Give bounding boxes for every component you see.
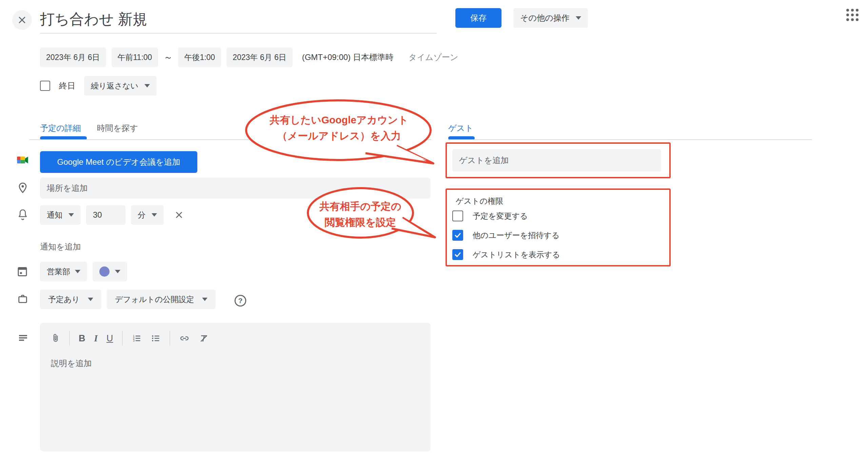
- apps-grid-icon: [846, 9, 849, 12]
- timezone-link[interactable]: タイムゾーン: [409, 52, 458, 63]
- description-icon: [16, 332, 30, 344]
- add-notification-button[interactable]: 通知を追加: [40, 241, 81, 252]
- annotation-line: 閲覧権限を設定: [311, 214, 410, 230]
- italic-button[interactable]: I: [94, 333, 98, 344]
- availability-value: 予定あり: [48, 294, 80, 305]
- description-placeholder: 説明を追加: [51, 358, 92, 369]
- annotation-line: （メールアドレス）を入力: [251, 128, 427, 144]
- numbered-list-icon[interactable]: 1 2 3: [132, 333, 142, 343]
- help-button[interactable]: ?: [233, 294, 248, 308]
- chevron-down-icon: [144, 84, 150, 87]
- timezone-info: (GMT+09:00) 日本標準時: [302, 52, 394, 63]
- chevron-down-icon: [152, 213, 157, 217]
- guest-permissions-highlight-box: [446, 188, 671, 266]
- chevron-down-icon: [202, 298, 208, 301]
- format-clear-icon[interactable]: [199, 333, 209, 343]
- toolbar-divider: [122, 331, 123, 346]
- tab-guests[interactable]: ゲスト: [448, 123, 473, 134]
- datetime-row: 2023年 6月 6日 午前11:00 ～ 午後1:00 2023年 6月 6日…: [40, 47, 458, 67]
- calendar-icon: [16, 265, 28, 277]
- start-time-chip[interactable]: 午前11:00: [112, 47, 158, 67]
- visibility-value: デフォルトの公開設定: [115, 294, 194, 305]
- chevron-down-icon: [68, 213, 74, 217]
- location-icon: [17, 182, 28, 195]
- recurrence-dropdown[interactable]: 繰り返さない: [84, 76, 157, 96]
- annotation-text-guest-input: 共有したいGoogleアカウント （メールアドレス）を入力: [251, 112, 427, 144]
- visibility-dropdown[interactable]: デフォルトの公開設定: [107, 290, 216, 309]
- close-button[interactable]: [12, 10, 32, 30]
- calendar-row: 営業部: [40, 261, 127, 282]
- visibility-row: 予定あり デフォルトの公開設定: [40, 289, 216, 310]
- notification-row: 通知 分: [40, 205, 184, 225]
- notification-bell-icon: [17, 208, 28, 221]
- svg-text:3: 3: [133, 339, 135, 342]
- time-range-separator: ～: [163, 51, 173, 63]
- calendar-color-dropdown[interactable]: [93, 262, 127, 281]
- end-time-chip[interactable]: 午後1:00: [178, 47, 221, 67]
- annotation-line: 共有相手の予定の: [311, 198, 410, 214]
- description-toolbar: B I U 1 2 3: [51, 331, 209, 346]
- calendar-select-dropdown[interactable]: 営業部: [40, 262, 87, 281]
- insert-link-icon[interactable]: [179, 333, 190, 344]
- end-date-chip[interactable]: 2023年 6月 6日: [226, 47, 293, 67]
- event-editor: 打ち合わせ 新規 保存 その他の操作 2023年 6月 6日 午前11:00 ～…: [0, 0, 868, 459]
- apps-grid-button[interactable]: [846, 9, 859, 21]
- google-meet-icon: [16, 153, 29, 167]
- svg-text:?: ?: [238, 297, 243, 304]
- notification-minutes-input[interactable]: [86, 205, 125, 225]
- annotation-text-permissions: 共有相手の予定の 閲覧権限を設定: [311, 198, 410, 230]
- chevron-down-icon: [576, 16, 581, 20]
- chevron-down-icon: [75, 270, 80, 273]
- bold-button[interactable]: B: [79, 333, 85, 344]
- guests-divider: [448, 139, 812, 140]
- chevron-down-icon: [88, 298, 93, 301]
- tab-event-details[interactable]: 予定の詳細: [40, 123, 81, 134]
- title-underline: [40, 33, 437, 34]
- remove-notification-button[interactable]: [174, 210, 184, 220]
- availability-dropdown[interactable]: 予定あり: [40, 290, 101, 309]
- calendar-name-value: 営業部: [47, 266, 70, 277]
- all-day-checkbox[interactable]: [40, 81, 50, 91]
- toolbar-divider: [69, 331, 70, 346]
- notification-unit-dropdown[interactable]: 分: [131, 205, 164, 225]
- tab-find-time[interactable]: 時間を探す: [97, 123, 138, 134]
- bulleted-list-icon[interactable]: [151, 333, 161, 343]
- more-actions-button[interactable]: その他の操作: [513, 8, 588, 28]
- underline-button[interactable]: U: [106, 333, 113, 344]
- event-title-field[interactable]: 打ち合わせ 新規: [40, 9, 147, 29]
- attachment-icon[interactable]: [51, 333, 60, 344]
- recurrence-value: 繰り返さない: [91, 81, 138, 91]
- notification-type-dropdown[interactable]: 通知: [40, 205, 81, 225]
- allday-row: 終日 繰り返さない: [40, 76, 157, 96]
- toolbar-divider: [170, 331, 170, 346]
- availability-briefcase-icon: [17, 293, 28, 304]
- annotation-line: 共有したいGoogleアカウント: [251, 112, 427, 128]
- calendar-color-swatch: [99, 266, 110, 277]
- close-icon: [17, 15, 27, 25]
- guest-input-highlight-box: [446, 142, 671, 178]
- more-actions-label: その他の操作: [520, 13, 570, 23]
- all-day-label: 終日: [59, 80, 75, 91]
- save-button[interactable]: 保存: [455, 8, 501, 28]
- notification-unit-value: 分: [138, 210, 145, 220]
- description-editor[interactable]: B I U 1 2 3: [40, 323, 431, 452]
- help-icon: ?: [233, 294, 248, 308]
- notification-type-value: 通知: [47, 210, 62, 220]
- add-google-meet-button[interactable]: Google Meet のビデオ会議を追加: [40, 151, 197, 173]
- start-date-chip[interactable]: 2023年 6月 6日: [40, 47, 106, 67]
- chevron-down-icon: [115, 270, 120, 273]
